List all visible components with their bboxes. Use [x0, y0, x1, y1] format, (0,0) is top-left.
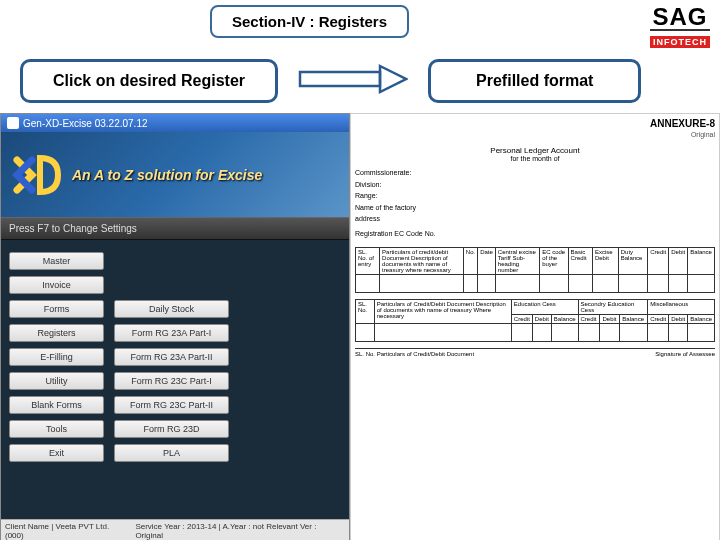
t2h2: Education Cess — [511, 300, 578, 315]
label-division: Division: — [355, 180, 715, 191]
submenu-pla[interactable]: PLA — [114, 444, 229, 462]
t1h5: EC code of the buyer — [540, 248, 568, 275]
t2s4: Debit — [600, 315, 620, 324]
label-commissionerate: Commissionerate: — [355, 168, 715, 179]
t1h3: Date — [478, 248, 496, 275]
menu-forms[interactable]: Forms — [9, 300, 104, 318]
banner-tagline: An A to Z solution for Excise — [72, 167, 262, 183]
sig-left: SL. No. Particulars of Credit/Debit Docu… — [355, 351, 474, 357]
t2h4: Miscellaneous — [648, 300, 715, 315]
instruction-right: Prefilled format — [428, 59, 641, 103]
svg-rect-0 — [300, 72, 380, 86]
sub-menu: Daily Stock Form RG 23A Part-I Form RG 2… — [114, 300, 229, 462]
t2s7: Debit — [669, 315, 688, 324]
menu-exit[interactable]: Exit — [9, 444, 104, 462]
window-titlebar: Gen-XD-Excise 03.22.07.12 — [1, 114, 349, 132]
submenu-rg23d[interactable]: Form RG 23D — [114, 420, 229, 438]
status-client: Client Name | Veeta PVT Ltd. (000) — [5, 522, 129, 540]
t1h9: Credit — [648, 248, 669, 275]
t1h11: Balance — [688, 248, 715, 275]
t1h0: SL. No. of entry — [356, 248, 380, 275]
t1h2: No. — [463, 248, 477, 275]
menu-invoice[interactable]: Invoice — [9, 276, 104, 294]
form-labels: Commissionerate: Division: Range: Name o… — [355, 168, 715, 239]
t2h1: Particulars of Credit/Debit Document Des… — [374, 300, 511, 324]
t1h8: Duty Balance — [618, 248, 648, 275]
app-window: Gen-XD-Excise 03.22.07.12 An A to Z solu… — [0, 113, 350, 540]
submenu-rg23a-p2[interactable]: Form RG 23A Part-II — [114, 348, 229, 366]
t2s2: Balance — [551, 315, 578, 324]
annexure-preview: ANNEXURE-8 Original Personal Ledger Acco… — [350, 113, 720, 540]
brand-sub: INFOTECH — [650, 36, 710, 48]
brand-name: SAG — [650, 5, 710, 31]
sig-right: Signature of Assessee — [655, 351, 715, 357]
svg-marker-1 — [380, 66, 406, 92]
status-year: Service Year : 2013-14 | A.Year : not Re… — [135, 522, 345, 540]
table-row — [356, 275, 715, 293]
t2s5: Balance — [620, 315, 648, 324]
annexure-original: Original — [355, 131, 715, 138]
t1h1: Particulars of credit/debit Document Des… — [380, 248, 464, 275]
xd-logo-icon — [9, 147, 64, 202]
t2h3: Secondry Education Cess — [578, 300, 648, 315]
app-banner: An A to Z solution for Excise — [1, 132, 349, 217]
label-range: Range: — [355, 191, 715, 202]
t2s8: Balance — [688, 315, 715, 324]
status-bar: Client Name | Veeta PVT Ltd. (000) Servi… — [1, 519, 349, 540]
label-regcode: Registration EC Code No. — [355, 229, 715, 240]
menu-master[interactable]: Master — [9, 252, 104, 270]
main-menu: Master Invoice Forms Registers E-Filling… — [9, 252, 104, 462]
section-title: Section-IV : Registers — [210, 5, 409, 38]
annexure-subtitle: for the month of — [355, 155, 715, 162]
arrow-icon — [298, 62, 408, 100]
annexure-title: Personal Ledger Account — [355, 146, 715, 155]
t2s1: Debit — [532, 315, 551, 324]
ledger-table-2: SL. No. Particulars of Credit/Debit Docu… — [355, 299, 715, 342]
table-row — [356, 324, 715, 342]
submenu-rg23c-p1[interactable]: Form RG 23C Part-I — [114, 372, 229, 390]
menu-registers[interactable]: Registers — [9, 324, 104, 342]
submenu-rg23a-p1[interactable]: Form RG 23A Part-I — [114, 324, 229, 342]
t1h7: Excise Debit — [592, 248, 618, 275]
menu-utility[interactable]: Utility — [9, 372, 104, 390]
window-title: Gen-XD-Excise 03.22.07.12 — [23, 118, 148, 129]
t2s0: Credit — [511, 315, 532, 324]
t2s6: Credit — [648, 315, 669, 324]
t1h10: Debit — [669, 248, 688, 275]
app-icon — [7, 117, 19, 129]
submenu-rg23c-p2[interactable]: Form RG 23C Part-II — [114, 396, 229, 414]
label-factory: Name of the factory — [355, 203, 715, 214]
f7-message: Press F7 to Change Settings — [1, 217, 349, 240]
t2s3: Credit — [578, 315, 600, 324]
annexure-head: ANNEXURE-8 — [355, 118, 715, 129]
t1h6: Basic Credit — [568, 248, 592, 275]
ledger-table-1: SL. No. of entry Particulars of credit/d… — [355, 247, 715, 293]
t1h4: Central excise Tariff Sub-heading number — [495, 248, 539, 275]
menu-efilling[interactable]: E-Filling — [9, 348, 104, 366]
t2h0: SL. No. — [356, 300, 375, 324]
signature-row: SL. No. Particulars of Credit/Debit Docu… — [355, 348, 715, 357]
label-address: address — [355, 214, 715, 225]
menu-blank-forms[interactable]: Blank Forms — [9, 396, 104, 414]
instruction-left: Click on desired Register — [20, 59, 278, 103]
submenu-daily-stock[interactable]: Daily Stock — [114, 300, 229, 318]
brand-logo: SAG INFOTECH — [650, 5, 710, 49]
menu-tools[interactable]: Tools — [9, 420, 104, 438]
